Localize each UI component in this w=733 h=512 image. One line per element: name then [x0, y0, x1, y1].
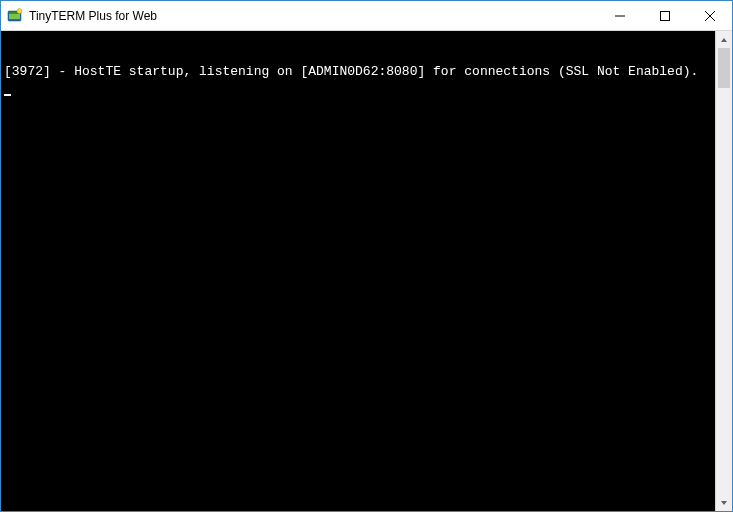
- chevron-up-icon: [720, 36, 728, 44]
- svg-marker-9: [721, 501, 727, 505]
- client-area: [3972] - HostTE startup, listening on [A…: [1, 31, 732, 511]
- terminal-cursor: [4, 94, 11, 96]
- close-button[interactable]: [687, 1, 732, 30]
- scroll-up-button[interactable]: [716, 31, 732, 48]
- svg-marker-8: [721, 38, 727, 42]
- app-icon: [7, 8, 23, 24]
- terminal-line: [3972] - HostTE startup, listening on [A…: [4, 64, 712, 80]
- svg-rect-5: [660, 11, 669, 20]
- scroll-down-button[interactable]: [716, 494, 732, 511]
- maximize-button[interactable]: [642, 1, 687, 30]
- chevron-down-icon: [720, 499, 728, 507]
- terminal-output[interactable]: [3972] - HostTE startup, listening on [A…: [1, 31, 715, 511]
- window-title: TinyTERM Plus for Web: [29, 9, 157, 23]
- window-controls: [597, 1, 732, 30]
- scrollbar-thumb[interactable]: [718, 48, 730, 88]
- svg-point-3: [17, 8, 22, 13]
- scrollbar-track[interactable]: [716, 48, 732, 494]
- titlebar: TinyTERM Plus for Web: [1, 1, 732, 31]
- vertical-scrollbar[interactable]: [715, 31, 732, 511]
- minimize-button[interactable]: [597, 1, 642, 30]
